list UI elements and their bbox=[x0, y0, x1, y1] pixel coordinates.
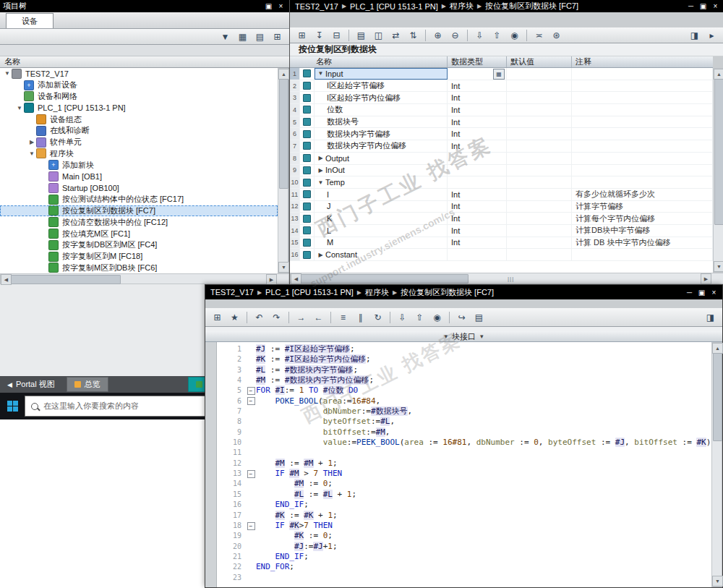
close-panel-icon[interactable]: × bbox=[275, 1, 286, 11]
insert-row-icon[interactable]: ↧ bbox=[312, 28, 327, 43]
monitor-icon[interactable]: ◉ bbox=[429, 310, 445, 325]
comment-cell[interactable] bbox=[572, 92, 713, 103]
download-icon[interactable]: ⇩ bbox=[395, 310, 410, 325]
scroll-up-icon[interactable]: ▲ bbox=[714, 69, 723, 80]
interface-row[interactable]: 6数据块内字节偏移Int bbox=[290, 128, 713, 140]
scrollbar-thumb[interactable] bbox=[714, 79, 723, 225]
scroll-left-icon[interactable]: ◀ bbox=[291, 273, 301, 284]
tree-item[interactable]: ▶软件单元 bbox=[0, 137, 278, 148]
section-expander-icon[interactable]: ▶ bbox=[316, 252, 325, 258]
default-value-cell[interactable] bbox=[507, 140, 572, 152]
name-cell[interactable]: 数据块内字节偏移 bbox=[315, 128, 448, 140]
taskbar-search-input[interactable]: 在这里输入你要搜索的内容 bbox=[25, 396, 205, 417]
default-value-cell[interactable] bbox=[507, 213, 572, 224]
copy-snapshot-icon[interactable]: ⇄ bbox=[388, 28, 403, 43]
tab-devices[interactable]: 设备 bbox=[6, 13, 54, 28]
datatype-cell[interactable]: Int bbox=[448, 225, 507, 237]
tree-item[interactable]: 按位复制区到数据块 [FC7] bbox=[0, 205, 278, 217]
scroll-left-icon[interactable]: ◀ bbox=[1, 274, 12, 285]
tree-item[interactable]: +添加新块 bbox=[0, 159, 278, 171]
datatype-cell[interactable]: Int bbox=[448, 80, 507, 92]
datatype-cell[interactable]: Int bbox=[448, 92, 507, 103]
fold-icon[interactable]: − bbox=[247, 397, 255, 405]
expand-all-icon[interactable]: ⊕ bbox=[430, 28, 445, 43]
code-line[interactable]: 16 END_IF; bbox=[217, 500, 722, 510]
keep-actual-values-icon[interactable]: ▤ bbox=[354, 28, 369, 43]
scrollbar-thumb[interactable] bbox=[11, 275, 121, 284]
delete-row-icon[interactable]: ⊟ bbox=[329, 28, 344, 43]
code-window-titlebar[interactable]: TEST2_V17▶PLC_1 [CPU 1513-1 PN]▶程序块▶按位复制… bbox=[205, 285, 722, 299]
interface-row[interactable]: 3I区起始字节内位偏移Int bbox=[290, 92, 713, 104]
scroll-down-icon[interactable]: ▼ bbox=[278, 262, 289, 273]
interface-row[interactable]: 13KInt计算每个字节内位偏移 bbox=[290, 213, 713, 225]
default-value-cell[interactable] bbox=[507, 153, 572, 164]
name-cell[interactable]: 数据块内字节内位偏移 bbox=[315, 140, 448, 152]
default-value-cell[interactable] bbox=[507, 225, 572, 237]
breadcrumb-item[interactable]: 按位复制区到数据块 [FC7] bbox=[401, 287, 494, 298]
col-datatype[interactable]: 数据类型 bbox=[448, 56, 507, 67]
tree-expander-icon[interactable]: ▼ bbox=[3, 70, 12, 77]
code-line[interactable]: 23 bbox=[217, 573, 722, 583]
datatype-cell[interactable]: Int bbox=[448, 128, 507, 140]
upload-icon[interactable]: ⇧ bbox=[489, 28, 505, 43]
tree-item[interactable]: Startup [OB100] bbox=[0, 182, 278, 194]
restore-icon[interactable]: ▣ bbox=[696, 288, 707, 297]
default-value-cell[interactable] bbox=[507, 92, 572, 103]
scroll-right-icon[interactable]: ▶ bbox=[701, 273, 711, 284]
section-expander-icon[interactable]: ▶ bbox=[316, 167, 325, 174]
fold-icon[interactable]: − bbox=[247, 522, 255, 530]
interface-row[interactable]: 7数据块内字节内位偏移Int bbox=[290, 140, 713, 153]
comment-cell[interactable] bbox=[572, 116, 713, 128]
code-line[interactable]: 7 dbNumber:=#数据块号, bbox=[217, 406, 722, 417]
name-cell[interactable]: ▶InOut bbox=[315, 165, 448, 176]
code-vertical-scrollbar[interactable]: ▲ ▼ bbox=[711, 342, 722, 587]
tree-item[interactable]: ▼PLC_1 [CPU 1513-1 PN] bbox=[0, 102, 278, 114]
comment-cell[interactable]: 计算 DB 块中字节内位偏移 bbox=[572, 237, 713, 249]
default-value-cell[interactable] bbox=[507, 116, 572, 128]
code-line[interactable]: 1#J := #I区起始字节偏移; bbox=[217, 344, 722, 354]
comment-cell[interactable] bbox=[572, 249, 713, 260]
code-line[interactable]: 6− POKE_BOOL(area:=16#84, bbox=[217, 396, 722, 406]
interface-row[interactable]: 10▼Temp bbox=[290, 176, 713, 189]
minimize-icon[interactable]: ─ bbox=[685, 1, 696, 11]
interface-row[interactable]: 5数据块号Int bbox=[290, 116, 713, 129]
tree-item[interactable]: ▼程序块 bbox=[0, 148, 278, 160]
datatype-cell[interactable]: ▦ bbox=[448, 68, 507, 80]
tree-item[interactable]: ▼TEST2_V17 bbox=[0, 68, 278, 80]
code-line[interactable]: 15 #L := #L + 1; bbox=[217, 490, 722, 500]
outdent-icon[interactable]: ← bbox=[311, 310, 326, 325]
code-line[interactable]: 20 #J:=#J+1; bbox=[217, 542, 722, 552]
code-line[interactable]: 22END_FOR; bbox=[217, 562, 722, 572]
hide-comments-icon[interactable]: ∥ bbox=[353, 310, 368, 325]
tree-item[interactable]: 设备和网络 bbox=[0, 91, 278, 103]
tree-item[interactable]: 按位测试结构体中的位状态 [FC17] bbox=[0, 194, 278, 205]
interface-horizontal-scrollbar[interactable]: ◀ ||| ▶ bbox=[290, 273, 723, 284]
code-lines[interactable]: 1#J := #I区起始字节偏移;2#K := #I区起始字节内位偏移;3#L … bbox=[217, 342, 722, 587]
name-cell[interactable]: J bbox=[315, 201, 448, 213]
code-line[interactable]: 13− IF #M > 7 THEN bbox=[217, 469, 722, 479]
comment-cell[interactable] bbox=[572, 80, 713, 92]
split-editor-icon[interactable]: ◨ bbox=[687, 28, 702, 43]
add-row-icon[interactable]: ⊞ bbox=[294, 28, 309, 43]
code-line[interactable]: 5−FOR #I:= 1 TO #位数 DO bbox=[217, 385, 722, 396]
redo-icon[interactable]: ↷ bbox=[269, 310, 284, 325]
name-cell[interactable]: M bbox=[315, 237, 448, 249]
scrollbar-thumb[interactable] bbox=[301, 274, 469, 284]
comment-cell[interactable]: 计算DB块中字节偏移 bbox=[572, 225, 713, 237]
code-line[interactable]: 11 bbox=[217, 448, 722, 458]
interface-row[interactable]: 12JInt计算字节偏移 bbox=[290, 201, 713, 213]
name-cell[interactable]: ▼Input bbox=[315, 68, 448, 80]
code-line[interactable]: 14 #M := 0; bbox=[217, 479, 722, 489]
windows-start-button[interactable] bbox=[0, 393, 25, 419]
restore-icon[interactable]: ▣ bbox=[698, 1, 709, 11]
pin-panel-icon[interactable]: ▣ bbox=[263, 1, 274, 11]
breadcrumb-item[interactable]: 程序块 bbox=[450, 1, 474, 12]
interface-vertical-scrollbar[interactable]: ▲ ▼ bbox=[713, 68, 723, 273]
code-line[interactable]: 19 #K := 0; bbox=[217, 531, 722, 541]
settings-icon[interactable]: ⊛ bbox=[549, 28, 564, 43]
default-value-cell[interactable] bbox=[507, 128, 572, 140]
monitor-icon[interactable]: ◉ bbox=[507, 28, 522, 43]
download-icon[interactable]: ⇩ bbox=[472, 28, 487, 43]
comment-cell[interactable]: 计算字节偏移 bbox=[572, 201, 713, 213]
details-view-icon[interactable]: ▤ bbox=[252, 30, 268, 44]
